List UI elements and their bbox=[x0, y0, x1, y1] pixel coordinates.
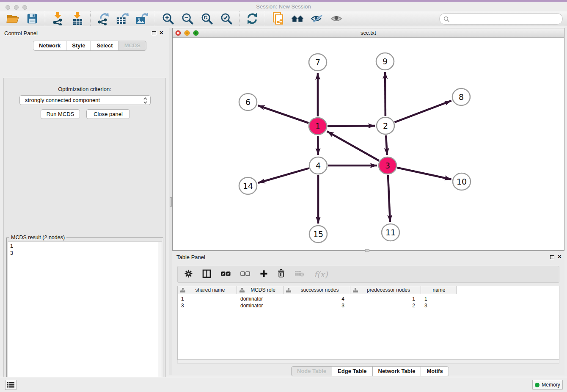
svg-text:4: 4 bbox=[316, 161, 321, 170]
open-session-icon[interactable] bbox=[6, 12, 19, 25]
export-table-icon[interactable] bbox=[116, 12, 129, 25]
delete-icon[interactable] bbox=[278, 269, 285, 279]
show-all-icon[interactable] bbox=[330, 12, 343, 25]
node-3[interactable]: 3 bbox=[379, 157, 396, 174]
control-panel-tabs: NetworkStyleSelectMCDS bbox=[33, 41, 146, 51]
import-table-icon[interactable] bbox=[71, 12, 84, 25]
float-table-panel-icon[interactable] bbox=[550, 255, 554, 259]
mcds-result-box: MCDS result (2 nodes) 1 3 bbox=[6, 237, 163, 392]
delete-column-icon[interactable] bbox=[295, 270, 304, 279]
column-header-successor-nodes[interactable]: successor nodes bbox=[284, 286, 350, 294]
cell-name[interactable]: 1 bbox=[421, 295, 457, 302]
edge-4-14[interactable] bbox=[258, 168, 309, 183]
result-scrollbar[interactable] bbox=[158, 242, 162, 391]
float-panel-icon[interactable] bbox=[152, 31, 156, 35]
mcds-result-text: 1 3 bbox=[10, 243, 13, 257]
node-9[interactable]: 9 bbox=[376, 53, 394, 70]
cell-name[interactable]: 3 bbox=[421, 302, 457, 309]
run-mcds-button[interactable]: Run MCDS bbox=[41, 109, 80, 119]
edge-3-11[interactable] bbox=[388, 175, 390, 222]
zoom-selected-icon[interactable] bbox=[220, 12, 233, 25]
column-header-predecessor-nodes[interactable]: predecessor nodes bbox=[350, 286, 421, 294]
edge-1-2[interactable] bbox=[328, 126, 375, 126]
node-7[interactable]: 7 bbox=[309, 54, 327, 71]
tab-network[interactable]: Network bbox=[33, 41, 66, 51]
splitter-handle[interactable] bbox=[170, 197, 172, 207]
deselect-all-icon[interactable] bbox=[240, 271, 250, 278]
list-icon bbox=[7, 382, 14, 388]
tab-edge-table[interactable]: Edge Table bbox=[332, 366, 372, 376]
select-all-icon[interactable] bbox=[221, 271, 231, 278]
node-6[interactable]: 6 bbox=[239, 94, 257, 110]
column-header-shared-name[interactable]: shared name bbox=[178, 286, 237, 294]
node-10[interactable]: 10 bbox=[453, 173, 471, 190]
zoom-out-icon[interactable] bbox=[181, 12, 194, 25]
import-network-icon[interactable] bbox=[51, 12, 65, 25]
hide-selected-icon[interactable] bbox=[310, 12, 324, 25]
node-2[interactable]: 2 bbox=[377, 117, 394, 134]
node-1[interactable]: 1 bbox=[309, 118, 327, 135]
refresh-layout-icon[interactable] bbox=[245, 12, 259, 25]
column-header-name[interactable]: name bbox=[421, 286, 457, 294]
export-image-icon[interactable] bbox=[135, 12, 149, 25]
edge-2-9[interactable] bbox=[385, 72, 385, 116]
add-column-icon[interactable] bbox=[260, 270, 268, 279]
node-14[interactable]: 14 bbox=[239, 177, 257, 194]
panel-splitter[interactable] bbox=[169, 28, 172, 375]
tab-select[interactable]: Select bbox=[91, 41, 118, 51]
gear-icon[interactable] bbox=[184, 270, 193, 279]
search-icon bbox=[443, 16, 450, 22]
close-panel-button[interactable]: Close panel bbox=[86, 109, 130, 119]
svg-text:3: 3 bbox=[385, 161, 390, 170]
cell-predecessor-nodes[interactable]: 1 bbox=[350, 295, 421, 302]
cell-MCDS-role[interactable]: dominator bbox=[237, 302, 284, 309]
node-11[interactable]: 11 bbox=[382, 224, 399, 241]
svg-text:7: 7 bbox=[315, 58, 320, 67]
mcds-result-textarea[interactable]: 1 3 bbox=[8, 241, 162, 392]
save-session-icon[interactable] bbox=[25, 12, 39, 25]
cell-MCDS-role[interactable]: dominator bbox=[237, 295, 284, 302]
tab-motifs[interactable]: Motifs bbox=[421, 366, 449, 376]
tab-style[interactable]: Style bbox=[66, 41, 91, 51]
tab-network-table[interactable]: Network Table bbox=[372, 366, 421, 376]
show-panels-button[interactable] bbox=[5, 380, 17, 390]
cell-predecessor-nodes[interactable]: 2 bbox=[350, 302, 421, 309]
table-row[interactable]: 1dominator411 bbox=[178, 295, 457, 302]
close-table-panel-icon[interactable]: × bbox=[558, 253, 561, 260]
node-table: shared nameMCDS rolesuccessor nodesprede… bbox=[177, 286, 559, 360]
columns-icon[interactable] bbox=[202, 269, 211, 280]
function-builder-icon[interactable]: f(x) bbox=[314, 270, 328, 279]
edge-3-1[interactable] bbox=[327, 131, 379, 160]
memory-button[interactable]: Memory bbox=[532, 380, 563, 390]
close-panel-icon[interactable]: × bbox=[160, 29, 163, 36]
node-15[interactable]: 15 bbox=[309, 226, 327, 243]
edge-1-6[interactable] bbox=[258, 105, 309, 123]
network-window-titlebar[interactable]: scc.txt bbox=[173, 28, 564, 38]
svg-text:10: 10 bbox=[457, 177, 467, 186]
network-canvas[interactable]: 1234678910111415 bbox=[173, 38, 564, 250]
tab-mcds[interactable]: MCDS bbox=[118, 41, 146, 51]
node-4[interactable]: 4 bbox=[309, 157, 327, 174]
zoom-fit-icon[interactable] bbox=[200, 12, 214, 25]
cell-shared-name[interactable]: 1 bbox=[178, 295, 237, 302]
cell-shared-name[interactable]: 3 bbox=[178, 302, 237, 309]
tab-node-table[interactable]: Node Table bbox=[291, 366, 332, 376]
table-row[interactable]: 3dominator323 bbox=[178, 302, 457, 309]
export-network-icon[interactable] bbox=[96, 12, 110, 25]
cell-successor-nodes[interactable]: 4 bbox=[284, 295, 350, 302]
cell-successor-nodes[interactable]: 3 bbox=[284, 302, 350, 309]
column-header-MCDS-role[interactable]: MCDS role bbox=[237, 286, 284, 294]
first-neighbors-icon[interactable] bbox=[291, 12, 304, 25]
svg-text:1: 1 bbox=[315, 121, 320, 131]
zoom-in-icon[interactable] bbox=[161, 12, 175, 25]
table-hscrollbar[interactable] bbox=[177, 360, 559, 364]
svg-text:11: 11 bbox=[385, 228, 396, 237]
search-field[interactable] bbox=[439, 13, 563, 25]
node-8[interactable]: 8 bbox=[452, 88, 470, 105]
criterion-dropdown[interactable]: strongly connected component bbox=[19, 95, 151, 105]
search-input[interactable] bbox=[452, 14, 559, 24]
network-file-icon[interactable] bbox=[271, 12, 285, 25]
edge-2-3[interactable] bbox=[386, 135, 387, 155]
edge-2-8[interactable] bbox=[395, 101, 451, 122]
edge-3-10[interactable] bbox=[397, 168, 451, 179]
